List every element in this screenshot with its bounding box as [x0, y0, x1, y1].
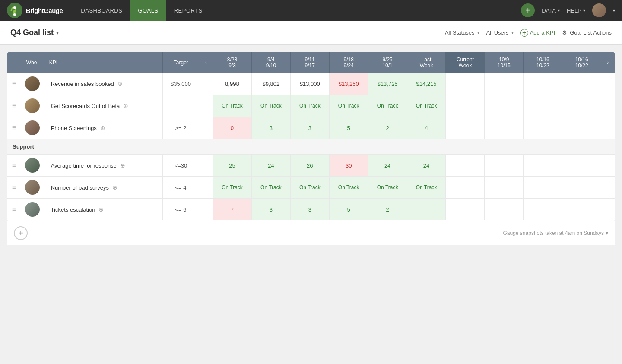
data-cell: 5: [329, 199, 368, 221]
page-header: Q4 Goal list ▾ All Statuses ▾ All Users …: [0, 21, 622, 45]
page-title-caret[interactable]: ▾: [56, 30, 59, 36]
data-cell: 7: [213, 199, 252, 221]
add-kpi-button[interactable]: + Add a KPI: [520, 29, 555, 37]
snapshot-caret-icon: ▾: [606, 230, 608, 236]
drag-icon: ≡: [7, 76, 21, 91]
table-row: ≡Revenue in sales booked⊕$35,0008,998$9,…: [7, 73, 615, 95]
th-target: Target: [162, 52, 199, 73]
data-cell: [446, 155, 485, 177]
target-icon[interactable]: ⊕: [120, 162, 125, 169]
drag-handle[interactable]: ≡: [7, 73, 21, 95]
users-caret: ▾: [511, 30, 514, 35]
next-nav[interactable]: ›: [601, 52, 615, 73]
target-icon[interactable]: ⊕: [100, 124, 105, 131]
who-cell: [21, 117, 44, 139]
target-icon[interactable]: ⊕: [112, 184, 117, 191]
table-row: ≡Get Scorecards Out of Beta⊕On TrackOn T…: [7, 95, 615, 117]
drag-icon: ≡: [7, 98, 21, 113]
nav-data[interactable]: DATA ▾: [542, 7, 560, 14]
data-cell: [485, 199, 524, 221]
add-row-button[interactable]: +: [14, 226, 28, 240]
all-users-button[interactable]: All Users ▾: [486, 29, 514, 36]
svg-point-3: [13, 13, 16, 16]
data-cell: 30: [329, 155, 368, 177]
data-cell: $9,802: [251, 73, 290, 95]
nav-dashboards[interactable]: DASHBOARDS: [73, 0, 130, 21]
kpi-cell: Average time for response⊕: [44, 155, 162, 177]
target-icon[interactable]: ⊕: [98, 206, 104, 213]
data-cell: On Track: [407, 177, 446, 199]
data-cell: 25: [213, 155, 252, 177]
target-icon[interactable]: ⊕: [117, 80, 123, 87]
drag-handle[interactable]: ≡: [7, 95, 21, 117]
drag-handle[interactable]: ≡: [7, 117, 21, 139]
target-cell: <=30: [162, 155, 199, 177]
data-cell: On Track: [251, 177, 290, 199]
all-statuses-button[interactable]: All Statuses ▾: [445, 29, 479, 36]
target-cell: <= 4: [162, 177, 199, 199]
data-cell: [562, 95, 601, 117]
data-caret: ▾: [558, 8, 560, 13]
goals-table: Who KPI Target ‹ 8/28 9/3 9/4 9/10 9/11 …: [7, 52, 615, 221]
goal-list-actions-button[interactable]: ⚙ Goal List Actions: [562, 29, 612, 36]
avatar: [25, 76, 40, 91]
nav-prev-cell: [199, 117, 213, 139]
nav-next-cell: [601, 73, 615, 95]
data-cell: 3: [251, 199, 290, 221]
data-cell: [562, 155, 601, 177]
data-cell: [446, 95, 485, 117]
who-cell: [21, 95, 44, 117]
who-cell: [21, 199, 44, 221]
target-cell: <= 6: [162, 199, 199, 221]
th-who: Who: [21, 52, 44, 73]
nav-goals[interactable]: GOALS: [130, 0, 166, 21]
th-kpi: KPI: [44, 52, 162, 73]
page-title: Q4 Goal list: [10, 28, 54, 37]
th-week-8: 10/16 10/22: [524, 52, 562, 73]
target-cell: $35,000: [162, 73, 199, 95]
add-button[interactable]: +: [521, 3, 535, 17]
data-cell: [446, 199, 485, 221]
svg-point-2: [13, 10, 16, 13]
data-cell: 24: [368, 155, 407, 177]
data-cell: [485, 155, 524, 177]
table-row: ≡Average time for response⊕<=30252426302…: [7, 155, 615, 177]
nav-help[interactable]: HELP ▾: [567, 7, 585, 14]
prev-arrow-icon: ‹: [205, 60, 207, 66]
data-cell: $13,725: [368, 73, 407, 95]
drag-handle[interactable]: ≡: [7, 199, 21, 221]
drag-icon: ≡: [7, 180, 21, 195]
th-week-7: 10/9 10/15: [485, 52, 524, 73]
data-cell: [485, 117, 524, 139]
data-cell: 26: [290, 155, 329, 177]
data-cell: On Track: [329, 177, 368, 199]
data-cell: On Track: [213, 95, 252, 117]
nav-links: DASHBOARDS GOALS REPORTS: [73, 0, 210, 21]
kpi-cell: Number of bad surveys⊕: [44, 177, 162, 199]
user-avatar[interactable]: [592, 3, 606, 17]
kpi-name: Revenue in sales booked: [51, 81, 114, 87]
drag-handle[interactable]: ≡: [7, 177, 21, 199]
target-icon[interactable]: ⊕: [123, 102, 128, 109]
who-cell: [21, 155, 44, 177]
prev-nav[interactable]: ‹: [199, 52, 213, 73]
logo[interactable]: BrightGauge: [7, 3, 63, 18]
header-actions: All Statuses ▾ All Users ▾ + Add a KPI ⚙…: [445, 29, 612, 37]
th-week-3: 9/18 9/24: [329, 52, 368, 73]
nav-prev-cell: [199, 199, 213, 221]
nav-prev-cell: [199, 177, 213, 199]
data-cell: 24: [251, 155, 290, 177]
who-cell: [21, 177, 44, 199]
nav-prev-cell: [199, 95, 213, 117]
data-cell: [562, 117, 601, 139]
nav-reports[interactable]: REPORTS: [166, 0, 210, 21]
drag-handle[interactable]: ≡: [7, 155, 21, 177]
avatar: [25, 202, 40, 217]
data-cell: [485, 73, 524, 95]
data-cell: [524, 117, 562, 139]
data-cell: 3: [290, 117, 329, 139]
user-caret: ▾: [613, 8, 615, 13]
kpi-cell: Tickets escalation⊕: [44, 199, 162, 221]
target-cell: [162, 95, 199, 117]
nav-right: + DATA ▾ HELP ▾ ▾: [521, 3, 615, 17]
